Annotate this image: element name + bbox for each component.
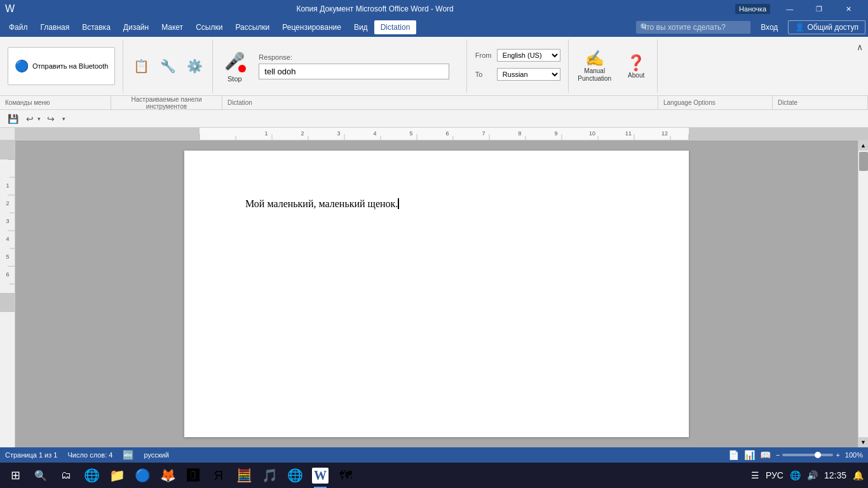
menu-dictation[interactable]: Dictation [374,20,417,34]
bluetooth-icon: 🔵 [15,59,29,73]
redo-button[interactable]: ↪ [44,112,57,125]
taskbar-explorer[interactable]: 📁 [104,463,130,488]
zoom-slider[interactable] [782,454,833,456]
svg-text:6: 6 [6,271,9,278]
recording-indicator [238,65,246,72]
zoom-control[interactable]: − + 100% [776,451,863,459]
minimize-button[interactable]: — [775,0,804,18]
menu-insert[interactable]: Вставка [76,20,117,34]
page-info: Страница 1 из 1 [5,451,57,459]
bluetooth-label: Отправить на Bluetooth [32,62,108,70]
language-from-select[interactable]: English (US) Russian French [497,49,560,62]
svg-text:6: 6 [445,130,449,137]
menu-view[interactable]: Вид [348,20,374,34]
word-icon: W [312,468,329,484]
zoom-thumb[interactable] [815,452,821,458]
taskbar-firefox[interactable]: 🦊 [155,463,180,488]
share-button[interactable]: 👤 Общий доступ [788,20,865,34]
layout-read-icon[interactable]: 📖 [760,450,771,460]
top-right-label: Наночка [735,4,770,14]
undo-dropdown[interactable]: ▾ [36,114,42,123]
search-button[interactable]: 🔍 [28,463,53,488]
menu-references[interactable]: Ссылки [189,20,229,34]
custom-toolbar-btn-1[interactable]: 📋 [128,56,154,76]
undo-button[interactable]: ↩ [24,112,36,125]
custom-toolbar-btn-3[interactable]: ⚙️ [182,56,207,76]
qa-dropdown[interactable]: ▾ [60,114,68,123]
task-view-button[interactable]: 🗂 [53,463,79,488]
search-input[interactable] [636,21,750,34]
scroll-down-button[interactable]: ▼ [858,437,869,447]
maximize-button[interactable]: ❐ [804,0,834,18]
bluetooth-button[interactable]: 🔵 Отправить на Bluetooth [8,47,115,85]
svg-rect-32 [0,140,15,159]
status-bar: Страница 1 из 1 Число слов: 4 🔤 русский … [0,447,868,463]
svg-text:8: 8 [518,130,521,137]
menu-file[interactable]: Файл [3,20,34,34]
document-text[interactable]: Мой маленький, маленький щенок. [245,196,628,212]
menu-home[interactable]: Главная [34,20,76,34]
signin-button[interactable]: Вход [756,22,783,33]
main-area: 1 2 3 4 5 6 Мой маленький, маленький щен… [0,140,868,447]
taskbar-maps[interactable]: 🗺 [333,463,358,488]
taskbar-yandex[interactable]: Я [206,463,231,488]
zoom-level: 100% [845,451,863,459]
tray-volume[interactable]: 🔊 [805,470,820,480]
ribbon-labels: Команды меню Настраиваемые панели инстру… [0,95,868,109]
menu-mailings[interactable]: Рассылки [229,20,276,34]
language-to-row: To Russian English (US) French [475,68,560,81]
stop-button[interactable]: 🎤 Stop [218,47,251,85]
svg-text:9: 9 [554,130,557,137]
save-button[interactable]: 💾 [5,112,21,125]
chrome-icon: 🌐 [287,468,303,483]
scroll-thumb[interactable] [859,152,868,171]
svg-rect-1 [15,128,200,140]
close-button[interactable]: ✕ [834,0,863,18]
start-button[interactable]: ⊞ [3,463,28,488]
vertical-ruler: 1 2 3 4 5 6 [0,140,15,447]
text-cursor [398,198,399,209]
notification-icon[interactable]: 🔔 [851,470,865,480]
svg-text:4: 4 [373,130,376,137]
layout-web-icon[interactable]: 📊 [744,450,755,460]
menu-design[interactable]: Дизайн [117,20,155,34]
maps-icon: 🗺 [339,468,352,483]
zoom-in-icon[interactable]: + [836,451,839,459]
tray-language[interactable]: РУС [764,470,785,480]
menu-review[interactable]: Рецензирование [276,20,348,34]
taskbar-media[interactable]: 🎵 [257,463,282,488]
tray-network[interactable]: 🌐 [788,470,803,480]
about-button[interactable]: ❓ About [620,51,652,81]
tray-show-desktop[interactable]: ☰ [749,470,761,480]
zoom-out-icon[interactable]: − [776,451,780,459]
taskbar-edge[interactable]: 🌐 [79,463,104,488]
taskbar-ie[interactable]: 🔵 [130,463,155,488]
custom-toolbar-btn-2[interactable]: 🔧 [155,56,180,76]
start-icon: ⊞ [11,468,20,482]
about-label: About [628,72,644,79]
svg-text:1: 1 [264,130,268,137]
toolbar-icon-1: 📋 [133,58,149,74]
ribbon-collapse-button[interactable]: ∧ [851,39,868,93]
taskbar-word[interactable]: W [308,463,333,488]
svg-rect-33 [0,293,15,312]
response-input[interactable] [259,64,449,79]
document-page: Мой маленький, маленький щенок. [184,151,689,437]
scrollbar-vertical[interactable]: ▲ ▼ [858,140,868,447]
document-scroll-area[interactable]: Мой маленький, маленький щенок. [15,140,858,447]
taskbar-calc[interactable]: 🧮 [231,463,257,488]
ribbon-group-bluetooth: 🔵 Отправить на Bluetooth [0,39,123,93]
taskbar: ⊞ 🔍 🗂 🌐 📁 🔵 🦊 🅾 Я 🧮 🎵 🌐 W 🗺 ☰ РУС 🌐 [0,463,868,488]
scroll-up-button[interactable]: ▲ [858,140,869,151]
label-customtoolbar: Настраиваемые панели инструментов [111,96,222,109]
language-to-select[interactable]: Russian English (US) French [497,68,560,81]
layout-normal-icon[interactable]: 📄 [728,450,739,460]
manual-punctuation-button[interactable]: ✍️ ManualPunctuation [574,47,615,85]
response-label: Response: [259,53,459,61]
svg-text:5: 5 [6,254,9,260]
opera-icon: 🅾 [187,468,200,483]
label-dictation: Dictation [222,96,658,109]
taskbar-opera[interactable]: 🅾 [180,463,206,488]
taskbar-chrome[interactable]: 🌐 [282,463,308,488]
menu-layout[interactable]: Макет [155,20,189,34]
